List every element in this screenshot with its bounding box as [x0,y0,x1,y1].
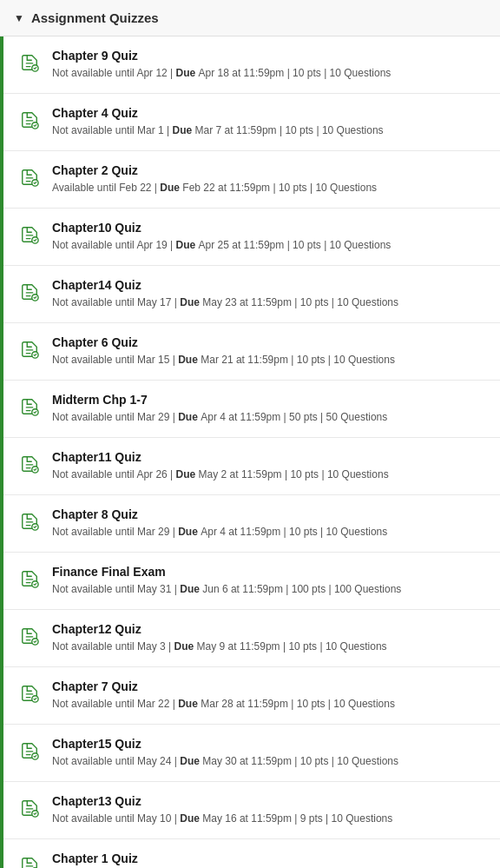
quiz-content: Chapter 8 QuizNot available until Mar 29… [52,507,486,540]
quiz-meta: Not available until Apr 12 | Due Apr 18 … [52,65,486,81]
availability-text: Not available until May 3 [52,640,166,653]
header: ▼ Assignment Quizzes [0,0,500,36]
quiz-meta: Not available until Apr 26 | Due May 2 a… [52,467,486,482]
list-item[interactable]: Chapter12 QuizNot available until May 3 … [3,610,500,667]
quiz-title: Chapter 8 Quiz [52,507,486,521]
quiz-icon [17,624,42,648]
quiz-title: Midterm Chp 1-7 [52,393,486,407]
quiz-list: Chapter 9 QuizNot available until Apr 12… [0,36,500,868]
list-item[interactable]: Chapter13 QuizNot available until May 10… [3,782,500,839]
due-text: Due Apr 4 at 11:59pm [178,411,280,423]
pts-text: 10 pts [300,755,329,767]
availability-text: Not available until May 10 [52,812,171,825]
list-item[interactable]: Chapter 4 QuizNot available until Mar 1 … [3,94,500,151]
questions-text: 10 Questions [327,468,389,480]
pts-text: 10 pts [293,67,321,79]
pts-text: 10 pts [285,124,313,136]
availability-text: Not available until Mar 1 [52,124,164,136]
pts-text: 10 pts [288,640,317,653]
questions-text: 10 Questions [333,698,395,710]
availability-text: Not available until Mar 29 [52,526,169,538]
list-item[interactable]: Chapter 1 QuizAvailable until Feb 22 | D… [3,839,500,868]
pts-text: 10 pts [289,526,318,538]
quiz-title: Chapter 2 Quiz [52,163,486,177]
quiz-content: Chapter 6 QuizNot available until Mar 15… [52,335,486,368]
pts-text: 10 pts [300,296,329,308]
quiz-icon [17,567,42,591]
quiz-title: Chapter 6 Quiz [52,335,486,349]
list-item[interactable]: Chapter15 QuizNot available until May 24… [3,725,500,782]
quiz-content: Finance Final ExamNot available until Ma… [52,565,486,597]
questions-text: 10 Questions [326,640,387,653]
due-text: Due May 16 at 11:59pm [180,812,292,825]
quiz-content: Chapter12 QuizNot available until May 3 … [52,622,486,654]
due-text: Due May 30 at 11:59pm [180,755,292,767]
quiz-icon [17,853,42,868]
questions-text: 100 Questions [334,583,401,595]
list-item[interactable]: Finance Final ExamNot available until Ma… [3,553,500,610]
due-text: Due Feb 22 at 11:59pm [160,182,270,194]
pts-text: 100 pts [292,583,326,595]
availability-text: Not available until Apr 12 [52,67,168,79]
availability-text: Not available until Mar 22 [52,698,169,710]
quiz-title: Chapter10 Quiz [52,221,486,235]
quiz-meta: Not available until Mar 29 | Due Apr 4 a… [52,524,486,540]
quiz-content: Chapter 4 QuizNot available until Mar 1 … [52,106,486,138]
quiz-content: Chapter 9 QuizNot available until Apr 12… [52,49,486,81]
list-item[interactable]: Midterm Chp 1-7Not available until Mar 2… [3,381,500,438]
due-text: Due Apr 4 at 11:59pm [178,526,280,538]
quiz-content: Chapter10 QuizNot available until Apr 19… [52,221,486,253]
due-text: Due Mar 7 at 11:59pm [173,124,277,136]
questions-text: 10 Questions [326,526,388,538]
availability-text: Not available until May 17 [52,296,171,308]
quiz-icon [17,452,42,476]
quiz-title: Chapter 7 Quiz [52,679,486,693]
availability-text: Available until Feb 22 [52,182,152,194]
list-item[interactable]: Chapter11 QuizNot available until Apr 26… [3,438,500,495]
pts-text: 10 pts [297,354,326,366]
list-item[interactable]: Chapter 9 QuizNot available until Apr 12… [3,36,500,94]
list-item[interactable]: Chapter 7 QuizNot available until Mar 22… [3,667,500,725]
due-text: Due Apr 18 at 11:59pm [176,67,285,79]
quiz-meta: Not available until May 3 | Due May 9 at… [52,639,486,654]
quiz-meta: Not available until May 24 | Due May 30 … [52,753,486,769]
due-text: Due Jun 6 at 11:59pm [180,583,283,595]
quiz-icon [17,796,42,820]
pts-text: 10 pts [290,468,319,480]
questions-text: 10 Questions [333,354,395,366]
list-item[interactable]: Chapter 8 QuizNot available until Mar 29… [3,495,500,553]
availability-text: Not available until Apr 19 [52,239,168,251]
availability-text: Not available until Apr 26 [52,468,168,480]
due-text: Due May 2 at 11:59pm [176,468,282,480]
quiz-title: Finance Final Exam [52,565,486,579]
quiz-content: Chapter13 QuizNot available until May 10… [52,794,486,826]
list-item[interactable]: Chapter10 QuizNot available until Apr 19… [3,209,500,266]
quiz-title: Chapter 1 Quiz [52,851,486,865]
questions-text: 50 Questions [326,411,388,423]
list-item[interactable]: Chapter 2 QuizAvailable until Feb 22 | D… [3,151,500,209]
pts-text: 9 pts [300,812,323,825]
chevron-icon[interactable]: ▼ [14,12,24,24]
availability-text: Not available until May 31 [52,583,171,595]
quiz-icon [17,280,42,304]
questions-text: 10 Questions [337,755,398,767]
pts-text: 50 pts [289,411,318,423]
quiz-icon [17,222,42,247]
pts-text: 10 pts [297,698,326,710]
list-item[interactable]: Chapter14 QuizNot available until May 17… [3,266,500,323]
questions-text: 10 Questions [332,812,393,825]
quiz-meta: Not available until Mar 22 | Due Mar 28 … [52,696,486,712]
pts-text: 10 pts [293,239,321,251]
quiz-title: Chapter15 Quiz [52,737,486,751]
quiz-meta: Not available until May 31 | Due Jun 6 a… [52,581,486,597]
quiz-meta: Not available until Mar 15 | Due Mar 21 … [52,352,486,368]
quiz-title: Chapter12 Quiz [52,622,486,636]
due-text: Due Mar 21 at 11:59pm [178,354,288,366]
quiz-content: Chapter 1 QuizAvailable until Feb 22 | D… [52,851,486,868]
list-item[interactable]: Chapter 6 QuizNot available until Mar 15… [3,323,500,381]
quiz-icon [17,509,42,533]
due-text: Due Mar 28 at 11:59pm [178,698,288,710]
questions-text: 10 Questions [322,124,384,136]
quiz-title: Chapter13 Quiz [52,794,486,808]
quiz-content: Chapter 7 QuizNot available until Mar 22… [52,679,486,712]
